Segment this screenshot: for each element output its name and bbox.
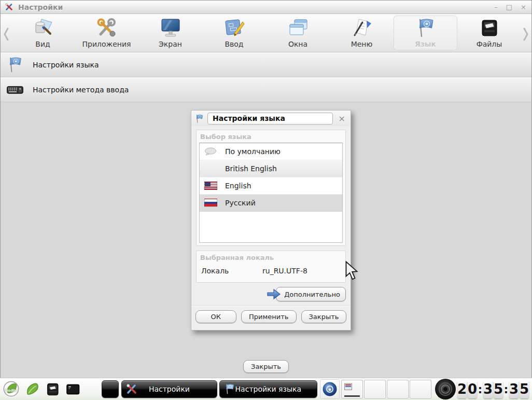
bodhi-logo-label: Bodhi bbox=[5, 389, 17, 393]
ru-flag-icon bbox=[204, 199, 217, 207]
language-flag-icon bbox=[223, 383, 236, 395]
windows-icon bbox=[287, 17, 310, 39]
dialog-close-button[interactable]: Закрыть bbox=[301, 310, 347, 323]
language-option-british[interactable]: British English bbox=[200, 160, 342, 177]
sphere-gadget-icon bbox=[322, 381, 338, 397]
toolbar-item-input[interactable]: Ввод bbox=[202, 14, 266, 52]
language-settings-dialog: Настройки языка × Выбор языка По умолчан… bbox=[191, 110, 351, 330]
toolbar-item-screen[interactable]: Экран bbox=[138, 14, 202, 52]
terminal-launcher-icon[interactable] bbox=[65, 381, 81, 397]
clock-digit: 2 bbox=[457, 380, 467, 398]
gadget-sphere-button[interactable] bbox=[320, 379, 340, 399]
locale-value: ru_RU.UTF-8 bbox=[262, 267, 307, 275]
language-flag-icon bbox=[414, 17, 437, 39]
toolbar-label: Экран bbox=[159, 40, 182, 48]
scroll-right-icon[interactable] bbox=[522, 26, 530, 42]
files-cabinet-icon bbox=[478, 17, 501, 39]
toolbar-item-windows[interactable]: Окна bbox=[266, 14, 330, 52]
toolbar-item-language[interactable]: Язык bbox=[394, 16, 457, 50]
main-close-button[interactable]: Закрыть bbox=[243, 360, 289, 373]
toolbar-label: Приложения bbox=[82, 40, 131, 48]
window-bottom-bar: Закрыть bbox=[1, 360, 531, 373]
task-button-empty[interactable] bbox=[102, 380, 119, 398]
language-option-label: По умолчанию bbox=[225, 147, 281, 156]
toolbar-label: Язык bbox=[415, 40, 436, 48]
bodhi-menu-button[interactable]: Bodhi bbox=[3, 381, 19, 398]
close-button[interactable]: × bbox=[521, 4, 526, 10]
minimize-button[interactable]: – bbox=[494, 4, 498, 10]
pager-mini-window bbox=[344, 383, 352, 390]
settings-item-label: Настройки языка bbox=[33, 61, 99, 69]
settings-app-icon bbox=[5, 3, 13, 11]
advanced-button[interactable]: Дополнительно bbox=[276, 287, 346, 301]
language-list: По умолчанию British English English Рус… bbox=[199, 143, 343, 243]
clock-gadget: 2 0 : 3 5 : 3 5 bbox=[434, 378, 529, 400]
language-option-russian[interactable]: Русский bbox=[200, 195, 342, 212]
toolbar-label: Окна bbox=[288, 40, 307, 48]
dialog-close-icon[interactable]: × bbox=[337, 114, 347, 123]
digital-clock: 2 0 : 3 5 : 3 5 bbox=[457, 380, 529, 398]
pager-desktop-2[interactable] bbox=[364, 380, 386, 398]
language-option-default[interactable]: По умолчанию bbox=[200, 143, 342, 160]
pager-desktop-4[interactable] bbox=[410, 380, 431, 398]
toolbar-label: Ввод bbox=[225, 40, 243, 48]
settings-app-icon bbox=[125, 383, 138, 395]
ok-button[interactable]: ОК bbox=[195, 310, 236, 323]
task-button-settings[interactable]: Настройки bbox=[121, 380, 217, 398]
toolbar-label: Вид bbox=[35, 40, 50, 48]
clock-colon: : bbox=[504, 380, 508, 398]
language-option-label: British English bbox=[225, 164, 277, 173]
clock-colon: : bbox=[478, 380, 482, 398]
dialog-titlebar[interactable]: Настройки языка × bbox=[191, 111, 351, 126]
task-button-language-settings[interactable]: Настройки языка bbox=[219, 380, 317, 398]
window-title: Настройки bbox=[18, 3, 63, 11]
desktop-pager bbox=[341, 380, 432, 398]
toolbar-item-menu[interactable]: Меню bbox=[330, 14, 394, 52]
pager-desktop-3[interactable] bbox=[387, 380, 409, 398]
leaf-launcher-icon[interactable] bbox=[24, 381, 40, 397]
window-titlebar[interactable]: Настройки – □ × bbox=[1, 1, 531, 14]
language-option-english[interactable]: English bbox=[200, 177, 342, 195]
dialog-separator bbox=[191, 305, 351, 306]
group-label: Выбор языка bbox=[199, 132, 343, 143]
locale-key-label: Локаль bbox=[201, 267, 262, 275]
keyboard-icon bbox=[6, 80, 24, 99]
input-blueprint-icon bbox=[223, 17, 246, 39]
clock-digit: 3 bbox=[509, 380, 519, 398]
group-label: Выбранная локаль bbox=[199, 253, 343, 264]
toolbar-item-files[interactable]: Файлы bbox=[457, 14, 521, 52]
us-flag-icon bbox=[204, 182, 217, 190]
default-bubble-icon bbox=[204, 147, 217, 156]
language-select-group: Выбор языка По умолчанию Britis bbox=[196, 130, 346, 246]
toolbar-item-apps[interactable]: Приложения bbox=[75, 14, 138, 52]
filemanager-launcher-icon[interactable] bbox=[45, 381, 61, 397]
advanced-button-label: Дополнительно bbox=[284, 291, 340, 298]
clock-digit: 0 bbox=[468, 380, 477, 398]
dialog-title: Настройки языка bbox=[207, 113, 333, 125]
desktop-screen: Настройки – □ × Вид bbox=[0, 0, 532, 400]
settings-item-language[interactable]: Настройки языка bbox=[1, 52, 531, 77]
clock-digit: 5 bbox=[494, 380, 503, 398]
language-flag-icon bbox=[194, 114, 205, 124]
toolbar-item-view[interactable]: Вид bbox=[11, 14, 75, 52]
clock-digit: 3 bbox=[483, 380, 493, 398]
apply-button[interactable]: Применить bbox=[241, 310, 296, 323]
taskbar: Bodhi bbox=[0, 378, 532, 400]
screen-monitor-icon bbox=[159, 17, 182, 39]
language-option-label: Русский bbox=[225, 199, 256, 207]
clock-knob-icon bbox=[434, 378, 457, 400]
scroll-left-icon[interactable] bbox=[2, 26, 10, 42]
category-toolbar: Вид Приложения Экра bbox=[1, 14, 531, 52]
applications-tools-icon bbox=[95, 17, 118, 39]
pager-desktop-1[interactable] bbox=[341, 380, 363, 398]
toolbar-label: Файлы bbox=[477, 40, 502, 48]
settings-item-input-method[interactable]: Настройки метода ввода bbox=[1, 77, 531, 102]
language-flag-icon bbox=[6, 56, 24, 74]
clock-digit: 5 bbox=[520, 380, 529, 398]
toolbar-label: Меню bbox=[351, 40, 373, 48]
maximize-button[interactable]: □ bbox=[506, 4, 512, 10]
selected-locale-group: Выбранная локаль Локаль ru_RU.UTF-8 bbox=[196, 251, 346, 283]
language-option-label: English bbox=[225, 182, 251, 190]
appearance-paint-icon bbox=[32, 17, 54, 39]
advanced-arrow-icon bbox=[266, 288, 282, 300]
